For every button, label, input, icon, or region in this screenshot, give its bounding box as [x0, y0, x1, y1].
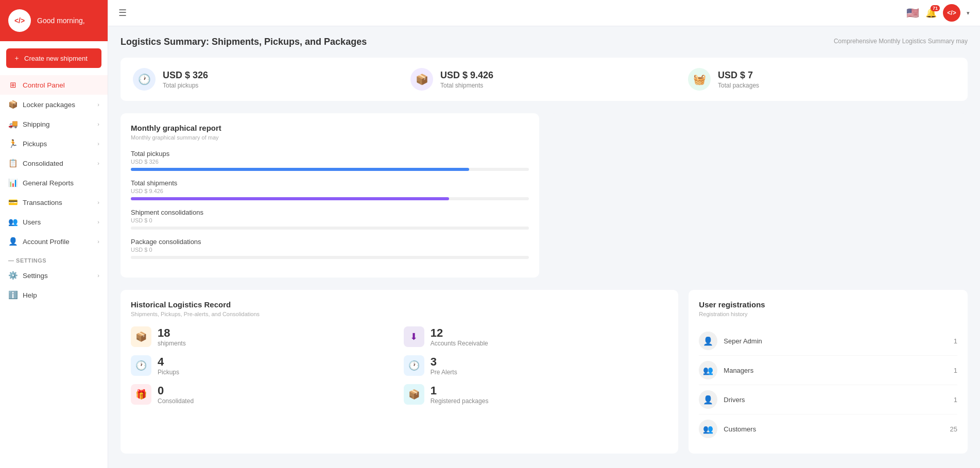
sidebar-item-transactions[interactable]: 💳 Transactions ›: [0, 193, 108, 212]
reg-avatar: 👤: [699, 390, 717, 409]
pickups-label: Pickups: [158, 369, 179, 376]
pre-alerts-label: Pre Alerts: [431, 369, 457, 376]
reg-count: 1: [954, 367, 957, 374]
user-dropdown-arrow[interactable]: ▾: [967, 10, 970, 16]
sidebar-item-pickups[interactable]: 🏃 Pickups ›: [0, 134, 108, 153]
bar-fill: [131, 197, 449, 200]
shipping-icon: 🚚: [8, 119, 18, 129]
historical-subtitle: Shipments, Pickups, Pre-alerts, and Cons…: [131, 311, 668, 317]
reg-name: Managers: [724, 367, 753, 374]
sidebar-item-account-profile[interactable]: 👤 Account Profile ›: [0, 232, 108, 251]
users-icon: 👥: [8, 217, 18, 227]
registered-packages-icon: 📦: [404, 384, 424, 405]
flag-icon[interactable]: 🇺🇸: [906, 7, 919, 19]
page-title: Logistics Summary: Shipments, Pickups, a…: [121, 37, 367, 47]
shipments-num: 18: [158, 326, 186, 340]
nav-menu: ⊞ Control Panel 📦 Locker packages › 🚚 Sh…: [0, 75, 108, 251]
sidebar-item-consolidated[interactable]: 📋 Consolidated ›: [0, 153, 108, 173]
chevron-right-icon: ›: [97, 101, 99, 108]
bar-label: Total pickups: [131, 150, 529, 158]
sidebar-item-label: Users: [23, 218, 41, 226]
locker-packages-icon: 📦: [8, 100, 18, 109]
reg-name: Customers: [724, 425, 756, 433]
stat-item-registered-packages: 📦 1 Registered packages: [404, 384, 668, 405]
shipments-icon: 📦: [131, 326, 151, 347]
pre-alerts-icon: 🕐: [404, 355, 424, 376]
summary-card-total-packages: 🧺 USD $ 7 Total packages: [688, 68, 955, 91]
consolidated-num: 0: [158, 384, 194, 397]
bar-track: [131, 197, 529, 200]
consolidated-icon: 📋: [8, 159, 18, 168]
summary-cards: 🕐 USD $ 326 Total pickups 📦 USD $ 9.426 …: [121, 58, 968, 101]
topbar: ☰ 🇺🇸 🔔 71 </> ▾: [108, 0, 980, 26]
total-packages-value: USD $ 7: [718, 70, 759, 81]
sidebar-item-control-panel[interactable]: ⊞ Control Panel: [0, 75, 108, 95]
sidebar-item-shipping[interactable]: 🚚 Shipping ›: [0, 114, 108, 134]
chevron-right-icon: ›: [97, 160, 99, 166]
page-header: Logistics Summary: Shipments, Pickups, a…: [121, 37, 968, 47]
registered-packages-num: 1: [431, 384, 489, 397]
empty-right-panel: [549, 113, 968, 278]
sidebar-item-label: Locker packages: [23, 101, 75, 109]
general-reports-icon: 📊: [8, 178, 18, 187]
total-pickups-icon: 🕐: [133, 68, 156, 91]
reg-avatar: 👤: [699, 332, 717, 350]
reg-item-seper-admin: 👤 Seper Admin 1: [699, 326, 957, 356]
chevron-right-icon: ›: [97, 219, 99, 225]
summary-card-total-shipments: 📦 USD $ 9.426 Total shipments: [410, 68, 678, 91]
hamburger-icon[interactable]: ☰: [118, 7, 127, 19]
pickups-num: 4: [158, 355, 179, 369]
reg-name: Seper Admin: [724, 337, 762, 345]
chevron-right-icon: ›: [97, 238, 99, 245]
summary-card-total-pickups: 🕐 USD $ 326 Total pickups: [133, 68, 400, 91]
user-avatar-button[interactable]: </>: [943, 4, 960, 22]
reg-avatar: 👥: [699, 420, 717, 438]
accounts-receivable-label: Accounts Receivable: [431, 340, 488, 347]
bar-row-shipment-consolidations: Shipment consolidations USD $ 0: [131, 209, 529, 230]
bar-row-total-pickups: Total pickups USD $ 326: [131, 150, 529, 171]
bar-row-package-consolidations: Package consolidations USD $ 0: [131, 238, 529, 259]
bar-row-total-shipments: Total shipments USD $ 9.426: [131, 179, 529, 200]
user-registrations-card: User registrations Registration history …: [689, 290, 968, 454]
sidebar-item-locker-packages[interactable]: 📦 Locker packages ›: [0, 95, 108, 114]
stat-item-accounts-receivable: ⬇ 12 Accounts Receivable: [404, 326, 668, 347]
total-shipments-label: Total shipments: [440, 82, 493, 89]
sidebar-avatar: </>: [8, 9, 31, 32]
sidebar-item-label: Shipping: [23, 120, 50, 128]
reg-count: 1: [954, 396, 957, 404]
chevron-right-icon: ›: [97, 141, 99, 147]
sidebar-item-label: Consolidated: [23, 160, 63, 167]
sidebar-item-label: Control Panel: [23, 81, 65, 89]
notification-button[interactable]: 🔔 71: [925, 7, 937, 19]
pickups-icon: 🕐: [131, 355, 151, 376]
sidebar-item-settings[interactable]: ⚙️ Settings ›: [0, 266, 108, 285]
pickups-icon: 🏃: [8, 139, 18, 148]
sidebar-item-label: Pickups: [23, 140, 47, 148]
chevron-right-icon: ›: [97, 199, 99, 205]
total-pickups-value: USD $ 326: [163, 70, 208, 81]
monthly-report-subtitle: Monthly graphical summary of may: [131, 134, 529, 141]
sidebar-item-general-reports[interactable]: 📊 General Reports: [0, 173, 108, 193]
sidebar-item-label: Help: [23, 291, 37, 299]
create-shipment-button[interactable]: ＋ Create new shipment: [6, 48, 101, 68]
chevron-right-icon: ›: [97, 121, 99, 127]
historical-title: Historical Logistics Record: [131, 300, 668, 309]
historical-card: Historical Logistics Record Shipments, P…: [121, 290, 678, 454]
stat-item-pickups: 🕐 4 Pickups: [131, 355, 396, 376]
total-pickups-label: Total pickups: [163, 82, 208, 89]
sidebar-item-label: Transactions: [23, 199, 62, 206]
chevron-right-icon: ›: [97, 272, 99, 279]
registered-packages-label: Registered packages: [431, 397, 489, 405]
sidebar-item-help[interactable]: ℹ️ Help: [0, 285, 108, 305]
reg-item-drivers: 👤 Drivers 1: [699, 385, 957, 414]
reg-item-customers: 👥 Customers 25: [699, 414, 957, 443]
sidebar-item-users[interactable]: 👥 Users ›: [0, 212, 108, 232]
total-packages-icon: 🧺: [688, 68, 711, 91]
total-packages-label: Total packages: [718, 82, 759, 89]
reg-item-managers: 👥 Managers 1: [699, 356, 957, 385]
settings-section-label: — SETTINGS: [0, 251, 108, 266]
total-shipments-icon: 📦: [410, 68, 433, 91]
total-shipments-value: USD $ 9.426: [440, 70, 493, 81]
sidebar-item-label: Settings: [23, 272, 48, 280]
control-panel-icon: ⊞: [8, 80, 18, 90]
